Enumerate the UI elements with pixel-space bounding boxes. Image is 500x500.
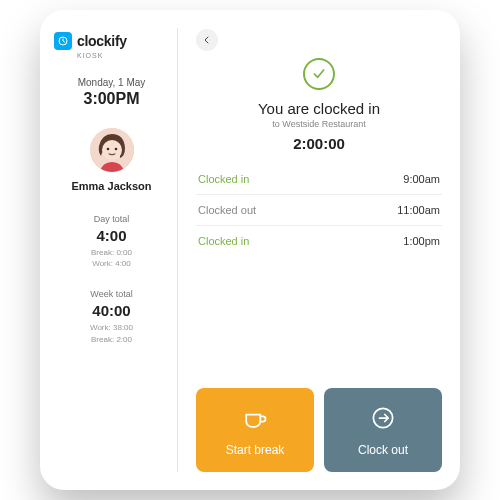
svg-point-2: [102, 140, 122, 160]
user-name: Emma Jackson: [71, 180, 151, 192]
day-total-block: Day total 4:00 Break: 0:00 Work: 4:00: [91, 214, 132, 269]
svg-point-4: [114, 148, 117, 151]
log-time: 9:00am: [403, 173, 440, 185]
clock-out-label: Clock out: [358, 443, 408, 457]
log-label: Clocked out: [198, 204, 256, 216]
brand-mode: KIOSK: [77, 52, 103, 59]
week-total-value: 40:00: [92, 302, 130, 319]
day-break: Break: 0:00: [91, 247, 132, 258]
week-work: Work: 38:00: [90, 322, 133, 333]
log-time: 11:00am: [397, 204, 440, 216]
week-break: Break: 2:00: [91, 334, 132, 345]
session-time: 2:00:00: [293, 135, 345, 152]
status-subtitle: to Westside Restaurant: [272, 119, 365, 129]
clock-out-button[interactable]: Clock out: [324, 388, 442, 472]
current-date: Monday, 1 May: [78, 77, 146, 88]
log-row: Clocked in 9:00am: [196, 164, 442, 195]
activity-log: Clocked in 9:00am Clocked out 11:00am Cl…: [196, 164, 442, 256]
log-label: Clocked in: [198, 173, 249, 185]
start-break-button[interactable]: Start break: [196, 388, 314, 472]
day-total-label: Day total: [94, 214, 130, 224]
log-time: 1:00pm: [403, 235, 440, 247]
log-row: Clocked out 11:00am: [196, 195, 442, 226]
brand-logo: clockify: [54, 32, 127, 50]
day-work: Work: 4:00: [92, 258, 131, 269]
cup-icon: [241, 404, 269, 435]
current-time: 3:00PM: [83, 90, 139, 108]
status-title: You are clocked in: [258, 100, 380, 117]
arrow-circle-icon: [369, 404, 397, 435]
brand-name: clockify: [77, 33, 127, 49]
sidebar: clockify KIOSK Monday, 1 May 3:00PM Emma…: [40, 28, 178, 472]
back-button[interactable]: [196, 29, 218, 51]
start-break-label: Start break: [226, 443, 285, 457]
main-panel: You are clocked in to Westside Restauran…: [178, 28, 460, 472]
week-total-block: Week total 40:00 Work: 38:00 Break: 2:00: [90, 289, 133, 344]
clock-icon: [54, 32, 72, 50]
kiosk-device: clockify KIOSK Monday, 1 May 3:00PM Emma…: [40, 10, 460, 490]
topbar: [196, 28, 442, 52]
week-total-label: Week total: [90, 289, 132, 299]
svg-point-3: [106, 148, 109, 151]
status-area: You are clocked in to Westside Restauran…: [196, 58, 442, 164]
action-bar: Start break Clock out: [196, 388, 442, 472]
log-label: Clocked in: [198, 235, 249, 247]
avatar: [90, 128, 134, 172]
day-total-value: 4:00: [96, 227, 126, 244]
log-row: Clocked in 1:00pm: [196, 226, 442, 256]
check-circle-icon: [303, 58, 335, 90]
